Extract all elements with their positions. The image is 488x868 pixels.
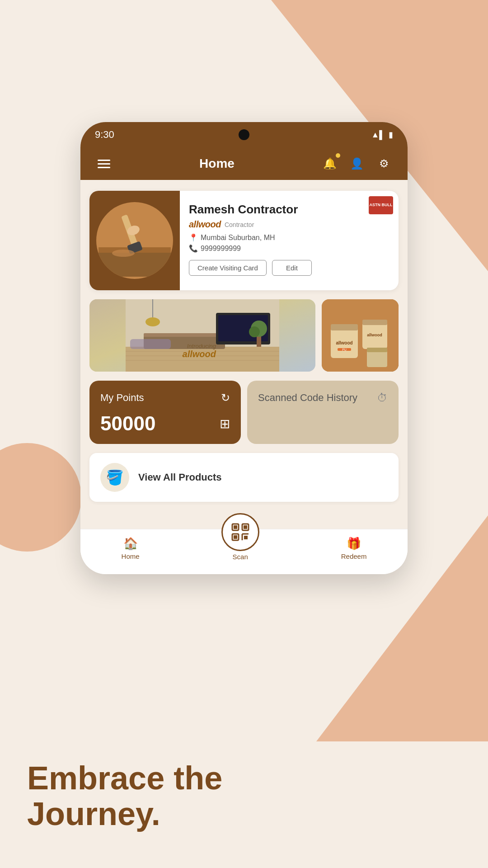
scanned-code-history-card[interactable]: Scanned Code History ⏱ bbox=[247, 381, 399, 444]
tab-scan[interactable]: Scan bbox=[221, 513, 259, 561]
notification-badge bbox=[336, 153, 340, 158]
svg-rect-38 bbox=[244, 525, 247, 529]
tab-home-label: Home bbox=[122, 552, 140, 560]
profile-avatar bbox=[96, 202, 173, 279]
svg-text:Introducing: Introducing bbox=[187, 343, 216, 349]
view-all-products-card[interactable]: 🪣 View All Products bbox=[89, 453, 399, 502]
view-products-label: View All Products bbox=[138, 472, 222, 483]
phone-frame: 9:30 ▲▌ ▮ Home 🔔 👤 ⚙ bbox=[80, 122, 408, 574]
svg-rect-34 bbox=[367, 348, 387, 352]
svg-point-5 bbox=[112, 250, 135, 257]
banner-product[interactable]: allwood PU allwood bbox=[322, 299, 399, 372]
history-icon: ⏱ bbox=[377, 392, 388, 404]
location-text: Mumbai Suburban, MH bbox=[201, 234, 275, 242]
svg-rect-21 bbox=[130, 339, 171, 349]
svg-rect-43 bbox=[244, 536, 248, 539]
bottom-tagline: Embrace the Journey. bbox=[27, 760, 222, 832]
tab-home[interactable]: 🏠 Home bbox=[122, 534, 140, 560]
status-bar: 9:30 ▲▌ ▮ bbox=[80, 122, 408, 147]
tagline-line1: Embrace the bbox=[27, 760, 222, 796]
settings-button[interactable]: ⚙ bbox=[375, 155, 393, 173]
product-icon: 🪣 bbox=[100, 463, 129, 492]
tab-bar: 🏠 Home Scan bbox=[80, 529, 408, 574]
profile-brand-row: allwood Contractor bbox=[189, 219, 389, 230]
svg-text:allwood: allwood bbox=[183, 349, 216, 359]
points-label: My Points bbox=[100, 392, 144, 404]
location-icon: 📍 bbox=[189, 233, 198, 242]
notification-bell-button[interactable]: 🔔 bbox=[321, 155, 339, 173]
hamburger-icon bbox=[98, 160, 110, 168]
bell-icon: 🔔 bbox=[323, 157, 337, 170]
battery-icon: ▮ bbox=[389, 130, 393, 140]
svg-rect-31 bbox=[362, 320, 387, 325]
tagline-line2: Journey. bbox=[27, 796, 222, 832]
signal-icon: ▲▌ bbox=[371, 130, 385, 140]
camera-notch bbox=[239, 129, 249, 140]
home-icon: 🏠 bbox=[123, 537, 138, 551]
create-visiting-card-button[interactable]: Create Visiting Card bbox=[189, 260, 267, 276]
phone-text: 9999999999 bbox=[201, 245, 241, 253]
svg-rect-40 bbox=[234, 535, 237, 539]
profile-location: 📍 Mumbai Suburban, MH bbox=[189, 233, 389, 242]
edit-profile-button[interactable]: Edit bbox=[272, 260, 312, 276]
profile-card: ASTN BULL Ramesh Contractor allwood Cont… bbox=[89, 191, 399, 290]
my-points-card[interactable]: My Points ↻ 50000 ⊞ bbox=[89, 381, 241, 444]
interior-svg: Introducing allwood bbox=[89, 299, 315, 372]
page-title: Home bbox=[199, 156, 235, 171]
history-label: Scanned Code History bbox=[258, 392, 357, 404]
product-svg: allwood PU allwood bbox=[322, 299, 399, 372]
profile-card-info: ASTN BULL Ramesh Contractor allwood Cont… bbox=[180, 191, 399, 290]
qr-scan-icon bbox=[230, 522, 250, 542]
status-icons: ▲▌ ▮ bbox=[371, 130, 393, 140]
stats-row: My Points ↻ 50000 ⊞ Scanned Code History… bbox=[89, 381, 399, 444]
svg-rect-26 bbox=[331, 324, 358, 330]
profile-card-image-area bbox=[89, 191, 180, 290]
svg-rect-1 bbox=[99, 250, 171, 277]
painter-illustration bbox=[99, 204, 171, 277]
phone-icon: 📞 bbox=[189, 244, 198, 253]
avatar-icon: 👤 bbox=[350, 157, 364, 170]
points-card-header: My Points ↻ bbox=[100, 392, 230, 404]
points-copy-icon[interactable]: ⊞ bbox=[220, 416, 230, 431]
svg-rect-13 bbox=[144, 333, 225, 337]
bucket-icon: 🪣 bbox=[106, 469, 124, 486]
points-value-row: 50000 ⊞ bbox=[100, 412, 230, 435]
tab-redeem-label: Redeem bbox=[341, 552, 367, 560]
brand-logo: ASTN BULL bbox=[369, 196, 393, 214]
product-illustration: allwood PU allwood bbox=[322, 299, 399, 372]
svg-rect-36 bbox=[234, 525, 237, 529]
hamburger-menu-button[interactable] bbox=[95, 155, 113, 173]
profile-phone: 📞 9999999999 bbox=[189, 244, 389, 253]
history-card-header: Scanned Code History ⏱ bbox=[258, 392, 388, 404]
profile-name: Ramesh Contractor bbox=[189, 203, 389, 217]
svg-text:allwood: allwood bbox=[336, 340, 352, 345]
nav-action-icons: 🔔 👤 ⚙ bbox=[321, 155, 393, 173]
bg-circle-left bbox=[0, 443, 81, 552]
points-value: 50000 bbox=[100, 412, 155, 435]
user-avatar-button[interactable]: 👤 bbox=[348, 155, 366, 173]
profile-actions: Create Visiting Card Edit bbox=[189, 260, 389, 276]
banner-allwood-intro[interactable]: Introducing allwood bbox=[89, 299, 315, 372]
banner-row: Introducing allwood allwood bbox=[89, 299, 399, 372]
gear-icon: ⚙ bbox=[379, 157, 389, 170]
svg-point-20 bbox=[145, 317, 160, 326]
nav-bar: Home 🔔 👤 ⚙ bbox=[80, 147, 408, 180]
refresh-icon[interactable]: ↻ bbox=[221, 392, 230, 404]
redeem-icon: 🎁 bbox=[347, 537, 361, 551]
role-badge: Contractor bbox=[225, 221, 254, 228]
allwood-brand-text: allwood bbox=[189, 219, 221, 230]
svg-text:PU: PU bbox=[342, 348, 347, 351]
brand-logo-text: ASTN BULL bbox=[370, 203, 393, 208]
interior-illustration: Introducing allwood bbox=[89, 299, 315, 372]
svg-text:allwood: allwood bbox=[367, 333, 382, 337]
tab-redeem[interactable]: 🎁 Redeem bbox=[341, 534, 367, 560]
svg-point-18 bbox=[249, 326, 260, 337]
scan-circle-button[interactable] bbox=[221, 513, 259, 551]
main-content: ASTN BULL Ramesh Contractor allwood Cont… bbox=[80, 180, 408, 529]
tab-scan-label: Scan bbox=[233, 553, 248, 561]
status-time: 9:30 bbox=[95, 129, 114, 141]
